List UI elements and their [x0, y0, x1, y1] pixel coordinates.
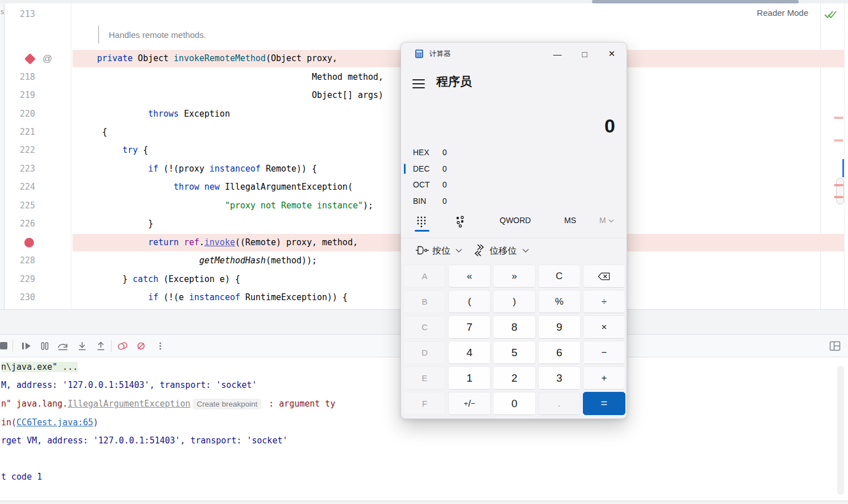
calculator-display: 0: [604, 115, 615, 137]
console-scrollbar[interactable]: [837, 366, 844, 495]
key-×[interactable]: ×: [583, 315, 625, 339]
radix-value: 0: [442, 148, 447, 157]
line-number[interactable]: 226: [5, 215, 35, 233]
key-»[interactable]: »: [493, 264, 535, 288]
line-number[interactable]: 213: [5, 6, 35, 23]
editor-vertical-scrollbar-thumb[interactable]: [836, 178, 844, 204]
pause-icon[interactable]: [39, 340, 51, 352]
key-C[interactable]: C: [403, 315, 446, 339]
word-size-button[interactable]: QWORD: [500, 216, 531, 225]
stop-icon[interactable]: [0, 340, 12, 352]
key-2[interactable]: 2: [493, 366, 535, 390]
key-7[interactable]: 7: [448, 315, 491, 339]
mute-breakpoints-icon[interactable]: [135, 340, 147, 352]
key-A[interactable]: A: [403, 264, 446, 288]
key-+[interactable]: +: [583, 366, 625, 390]
memory-menu-button[interactable]: M: [599, 216, 614, 225]
bit-toggle-keypad-icon[interactable]: [453, 215, 467, 228]
line-number[interactable]: 218: [5, 69, 35, 86]
layout-settings-icon[interactable]: [829, 340, 841, 352]
exception-class-link[interactable]: IllegalArgumentException: [67, 399, 190, 409]
inspections-ok-icon[interactable]: [823, 9, 838, 20]
calculator-keypad: A«»CB()%÷C789×D456−E123+F+/−0.=: [403, 264, 625, 415]
bitwise-menu-button[interactable]: 按位: [432, 245, 450, 257]
code-token: (!(e: [159, 292, 189, 302]
left-tool-stripe[interactable]: s: [0, 3, 5, 334]
key-«[interactable]: «: [448, 264, 491, 288]
more-icon[interactable]: [154, 340, 167, 352]
console-line: t code 1: [1, 468, 42, 486]
full-keypad-toggle-icon[interactable]: [415, 215, 428, 228]
annotation-gutter-icon[interactable]: @: [42, 50, 52, 67]
line-number[interactable]: 225: [5, 197, 35, 215]
error-stripe-mark[interactable]: [834, 139, 843, 142]
line-number[interactable]: 220: [5, 105, 35, 123]
key-÷[interactable]: ÷: [583, 290, 625, 313]
console-text: n" java.lang.: [1, 399, 67, 409]
menu-hamburger-icon[interactable]: [412, 76, 425, 88]
resume-icon[interactable]: [20, 340, 33, 352]
error-stripe-mark[interactable]: [834, 196, 843, 198]
window-title: 计算器: [429, 49, 451, 59]
method-breakpoint-icon[interactable]: [24, 53, 36, 65]
step-into-icon[interactable]: [76, 340, 88, 352]
code-token: ref: [184, 237, 199, 247]
error-stripe-mark[interactable]: [834, 117, 843, 119]
console-text: : argument ty: [263, 399, 335, 409]
key-F[interactable]: F: [403, 392, 446, 415]
step-out-icon[interactable]: [95, 340, 107, 352]
line-number[interactable]: 221: [5, 123, 35, 141]
line-number[interactable]: 222: [5, 142, 35, 159]
key-0[interactable]: 0: [493, 392, 535, 415]
radix-row-hex[interactable]: HEX0: [413, 144, 447, 160]
minimize-button[interactable]: —: [545, 42, 570, 65]
line-number[interactable]: 230: [5, 289, 35, 306]
key-=[interactable]: =: [583, 392, 625, 415]
memory-store-button[interactable]: MS: [564, 216, 576, 225]
line-number[interactable]: 229: [5, 271, 35, 288]
stacktrace-link[interactable]: CC6Test.java:65: [16, 417, 93, 428]
code-token: Method method,: [76, 72, 383, 82]
key-8[interactable]: 8: [493, 315, 535, 339]
editor-scroll-highlight: [842, 159, 844, 177]
code-token: invokeRemoteMethod: [174, 53, 266, 63]
key-E[interactable]: E: [403, 366, 446, 390]
key-plus-minus[interactable]: +/−: [448, 392, 491, 415]
key-C[interactable]: C: [538, 264, 581, 288]
close-button[interactable]: ✕: [599, 42, 624, 65]
line-number[interactable]: 224: [5, 178, 35, 196]
code-token: Remote)) {: [261, 164, 317, 174]
key-([interactable]: (: [448, 290, 491, 313]
console-text: rget VM, address: '127.0.0.1:51403', tra…: [1, 435, 288, 446]
code-line[interactable]: [73, 6, 844, 23]
key-%[interactable]: %: [538, 290, 581, 313]
key-.[interactable]: .: [538, 392, 581, 415]
error-stripe-mark[interactable]: [834, 184, 843, 186]
maximize-button[interactable]: □: [572, 42, 597, 65]
key-backspace-icon[interactable]: [583, 264, 625, 288]
radix-row-dec[interactable]: DEC0: [413, 161, 447, 177]
key-B[interactable]: B: [403, 290, 446, 313]
key-6[interactable]: 6: [538, 341, 581, 364]
radix-row-oct[interactable]: OCT0: [413, 177, 447, 193]
key-−[interactable]: −: [583, 341, 625, 364]
key-1[interactable]: 1: [448, 366, 491, 390]
create-breakpoint-hint[interactable]: Create breakpoint: [193, 399, 261, 409]
calculator-titlebar[interactable]: 计算器 — □ ✕: [401, 42, 627, 65]
key-)[interactable]: ): [493, 290, 535, 313]
bitshift-menu-button[interactable]: 位移位: [489, 245, 517, 257]
calculator-window[interactable]: 计算器 — □ ✕ 程序员 0 HEX0DEC0OCT0BIN0: [400, 42, 627, 419]
line-number[interactable]: 228: [5, 252, 35, 270]
key-4[interactable]: 4: [448, 341, 491, 364]
reader-mode-label[interactable]: Reader Mode: [757, 8, 808, 18]
key-D[interactable]: D: [403, 341, 446, 364]
line-breakpoint-icon[interactable]: [24, 238, 34, 247]
key-3[interactable]: 3: [538, 366, 581, 390]
radix-row-bin[interactable]: BIN0: [413, 193, 447, 209]
line-number[interactable]: 223: [5, 160, 35, 178]
view-breakpoints-icon[interactable]: [117, 340, 129, 352]
step-over-icon[interactable]: [57, 340, 69, 352]
key-9[interactable]: 9: [538, 315, 581, 339]
line-number[interactable]: 219: [5, 87, 35, 104]
key-5[interactable]: 5: [493, 341, 535, 364]
